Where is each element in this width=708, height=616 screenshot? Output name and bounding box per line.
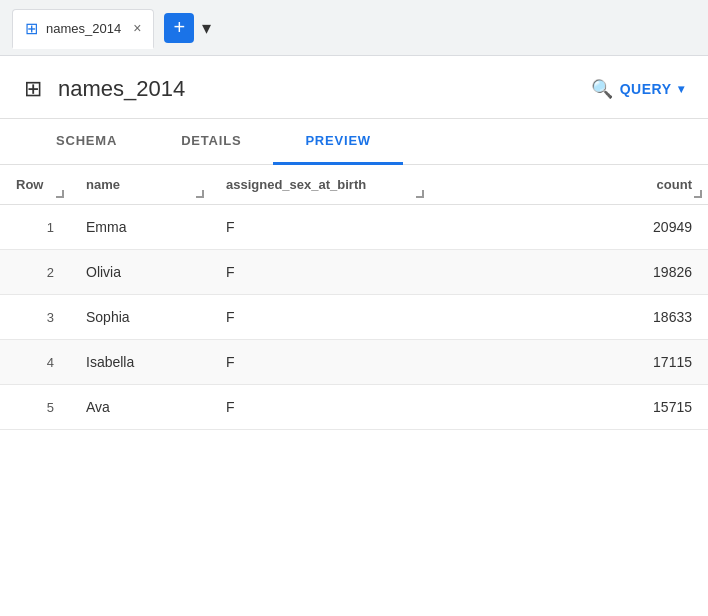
cell-row-number: 2	[0, 250, 70, 295]
cell-count: 19826	[430, 250, 708, 295]
cell-sex: F	[210, 340, 430, 385]
cell-sex: F	[210, 295, 430, 340]
cell-count: 17115	[430, 340, 708, 385]
col-header-sex: assigned_sex_at_birth	[210, 165, 430, 205]
table-row: 1EmmaF20949	[0, 205, 708, 250]
cell-count: 15715	[430, 385, 708, 430]
sub-tab-bar: SCHEMA DETAILS PREVIEW	[0, 119, 708, 165]
cell-count: 20949	[430, 205, 708, 250]
cell-sex: F	[210, 205, 430, 250]
add-tab-button[interactable]: +	[164, 13, 194, 43]
cell-name: Emma	[70, 205, 210, 250]
tab-details[interactable]: DETAILS	[149, 119, 273, 165]
resize-handle-sex[interactable]	[416, 190, 424, 198]
table-row: 5AvaF15715	[0, 385, 708, 430]
cell-row-number: 5	[0, 385, 70, 430]
close-icon[interactable]: ×	[133, 20, 141, 36]
active-tab[interactable]: ⊞ names_2014 ×	[12, 9, 154, 49]
cell-sex: F	[210, 250, 430, 295]
col-header-name: name	[70, 165, 210, 205]
tab-preview[interactable]: PREVIEW	[273, 119, 403, 165]
table-header-row: Row name assigned_sex_at_birth count	[0, 165, 708, 205]
query-button[interactable]: 🔍 QUERY ▾	[591, 78, 684, 100]
table-row: 4IsabellaF17115	[0, 340, 708, 385]
table-body: 1EmmaF209492OliviaF198263SophiaF186334Is…	[0, 205, 708, 430]
cell-name: Isabella	[70, 340, 210, 385]
data-table-container: Row name assigned_sex_at_birth count 1Em…	[0, 165, 708, 430]
data-table: Row name assigned_sex_at_birth count 1Em…	[0, 165, 708, 430]
resize-handle-count[interactable]	[694, 190, 702, 198]
search-icon: 🔍	[591, 78, 614, 100]
tab-dropdown-icon[interactable]: ▾	[202, 17, 211, 39]
resize-handle-row[interactable]	[56, 190, 64, 198]
cell-row-number: 3	[0, 295, 70, 340]
cell-name: Ava	[70, 385, 210, 430]
col-header-row: Row	[0, 165, 70, 205]
cell-name: Sophia	[70, 295, 210, 340]
cell-sex: F	[210, 385, 430, 430]
col-header-count: count	[430, 165, 708, 205]
page-header: ⊞ names_2014 🔍 QUERY ▾	[0, 56, 708, 119]
tab-schema[interactable]: SCHEMA	[24, 119, 149, 165]
cell-row-number: 1	[0, 205, 70, 250]
resize-handle-name[interactable]	[196, 190, 204, 198]
header-table-icon: ⊞	[24, 76, 42, 102]
table-icon: ⊞	[25, 19, 38, 38]
tab-bar: ⊞ names_2014 × + ▾	[0, 0, 708, 56]
cell-name: Olivia	[70, 250, 210, 295]
cell-count: 18633	[430, 295, 708, 340]
page-title: names_2014	[58, 76, 575, 102]
table-row: 2OliviaF19826	[0, 250, 708, 295]
table-row: 3SophiaF18633	[0, 295, 708, 340]
cell-row-number: 4	[0, 340, 70, 385]
tab-label: names_2014	[46, 21, 121, 36]
chevron-down-icon: ▾	[678, 82, 685, 96]
query-label: QUERY	[620, 81, 672, 97]
